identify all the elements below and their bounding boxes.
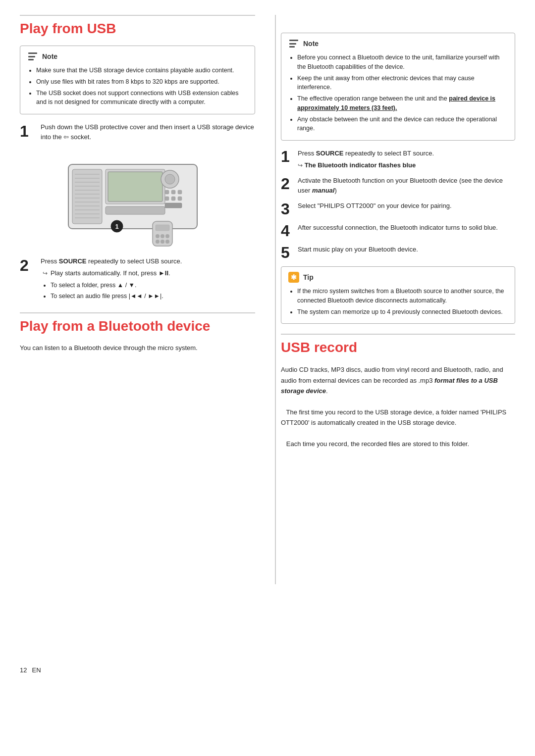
page-number: 12 xyxy=(20,666,27,674)
svg-text:1: 1 xyxy=(115,223,118,230)
svg-rect-19 xyxy=(165,190,169,194)
bt-step-4-content: After successful connection, the Bluetoo… xyxy=(298,223,515,233)
bt-note-item-2: Keep the unit away from other electronic… xyxy=(297,74,508,93)
svg-rect-1 xyxy=(72,169,102,224)
usb-step-2-number: 2 xyxy=(20,257,34,273)
usb-record-title: USB record xyxy=(281,340,515,358)
svg-rect-16 xyxy=(106,206,165,214)
usb-record-section: USB record Audio CD tracks, MP3 discs, a… xyxy=(281,334,515,450)
bt-step-1-number: 1 xyxy=(281,149,293,164)
tip-list: If the micro system switches from a Blue… xyxy=(288,287,508,316)
bt-step-3-content: Select "PHILIPS OTT2000" on your device … xyxy=(298,201,515,211)
page-lang: EN xyxy=(32,666,41,674)
svg-rect-23 xyxy=(171,197,175,201)
bt-note-item-3: The effective operation range between th… xyxy=(297,94,508,113)
usb-step-2-content: Press SOURCE repeatedly to select USB so… xyxy=(41,256,255,302)
svg-point-18 xyxy=(165,174,175,184)
usb-step-1-number: 1 xyxy=(20,123,34,139)
bt-step-1-content: Press SOURCE repeatedly to select BT sou… xyxy=(298,149,515,170)
svg-point-34 xyxy=(165,234,169,238)
bluetooth-steps: 1 Press SOURCE repeatedly to select BT s… xyxy=(281,149,515,260)
bt-step-2-content: Activate the Bluetooth function on your … xyxy=(298,176,515,195)
bt-note-header: Note xyxy=(288,38,508,49)
svg-point-37 xyxy=(165,240,169,244)
svg-rect-20 xyxy=(171,190,175,194)
tip-icon: ✱ xyxy=(288,272,299,283)
usb-note-item-1: Make sure that the USB storage device co… xyxy=(36,66,248,75)
bt-note-list: Before you connect a Bluetooth device to… xyxy=(288,53,508,133)
device-svg: 1 2 xyxy=(58,150,217,249)
svg-point-35 xyxy=(156,240,160,244)
bt-step-2: 2 Activate the Bluetooth function on you… xyxy=(281,176,515,195)
svg-point-32 xyxy=(156,234,160,238)
device-illustration: 1 2 xyxy=(58,150,217,249)
usb-note-box: Note Make sure that the USB storage devi… xyxy=(20,46,255,114)
bt-step-5-number: 5 xyxy=(281,245,293,260)
usb-step-1: 1 Push down the USB protective cover and… xyxy=(20,122,255,142)
section-divider-bluetooth xyxy=(20,312,255,313)
note-icon xyxy=(27,51,38,62)
usb-step-1-content: Push down the USB protective cover and t… xyxy=(41,122,255,142)
usb-note-list: Make sure that the USB storage device co… xyxy=(27,66,248,107)
tip-item-2: The system can memorize up to 4 previous… xyxy=(297,307,508,317)
tip-item-1: If the micro system switches from a Blue… xyxy=(297,287,508,305)
bt-note-item-4: Any obstacle between the unit and the de… xyxy=(297,115,508,134)
svg-point-36 xyxy=(160,240,164,244)
bt-note-box: Note Before you connect a Bluetooth devi… xyxy=(281,33,515,141)
bt-note-icon xyxy=(288,38,299,49)
bt-step-3: 3 Select "PHILIPS OTT2000" on your devic… xyxy=(281,201,515,217)
bt-note-item-1: Before you connect a Bluetooth device to… xyxy=(297,53,508,72)
bt-note-label: Note xyxy=(303,40,319,48)
bt-step-4-number: 4 xyxy=(281,223,293,239)
svg-rect-31 xyxy=(156,225,169,231)
usb-record-divider xyxy=(281,334,515,335)
usb-step-2-bullet-2: To select an audio file press |◄◄ / ►►|. xyxy=(51,292,255,301)
usb-record-body: Audio CD tracks, MP3 discs, audio from v… xyxy=(281,364,515,450)
usb-note-header: Note xyxy=(27,51,248,62)
bluetooth-title: Play from a Bluetooth device xyxy=(20,318,255,337)
usb-note-item-3: The USB socket does not support connecti… xyxy=(36,89,248,107)
bt-step-2-number: 2 xyxy=(281,176,293,192)
svg-rect-15 xyxy=(108,172,162,202)
bt-step-1: 1 Press SOURCE repeatedly to select BT s… xyxy=(281,149,515,170)
bt-step-5: 5 Start music play on your Bluetooth dev… xyxy=(281,245,515,260)
usb-step-2-bullet-1: To select a folder, press ▲ / ▼. xyxy=(51,281,255,290)
page-footer: 12 EN xyxy=(20,594,515,741)
tip-header: ✱ Tip xyxy=(288,272,508,283)
tip-label: Tip xyxy=(303,273,314,281)
svg-rect-22 xyxy=(165,197,169,201)
bluetooth-body: You can listen to a Bluetooth device thr… xyxy=(20,343,255,353)
tip-box: ✱ Tip If the micro system switches from … xyxy=(281,266,515,324)
bt-step-5-content: Start music play on your Bluetooth devic… xyxy=(298,245,515,254)
svg-rect-25 xyxy=(165,203,182,208)
usb-step-2: 2 Press SOURCE repeatedly to select USB … xyxy=(20,256,255,302)
play-from-usb-title: Play from USB xyxy=(20,15,255,40)
svg-rect-21 xyxy=(178,190,182,194)
svg-rect-24 xyxy=(178,197,182,201)
bt-step-3-number: 3 xyxy=(281,201,293,217)
svg-point-33 xyxy=(160,234,164,238)
bt-step-4: 4 After successful connection, the Bluet… xyxy=(281,223,515,239)
usb-note-label: Note xyxy=(42,52,57,60)
usb-note-item-2: Only use files with bit rates from 8 kbp… xyxy=(36,77,248,87)
